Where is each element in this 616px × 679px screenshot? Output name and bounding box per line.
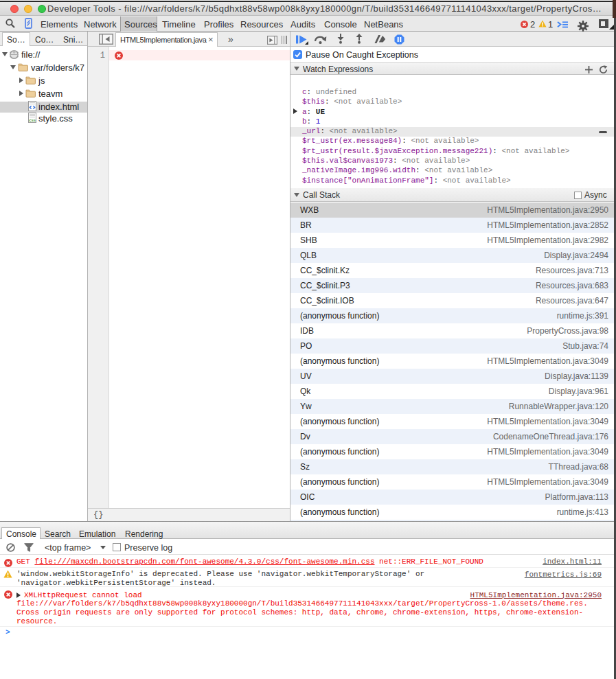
svg-text:css: css — [29, 118, 36, 122]
